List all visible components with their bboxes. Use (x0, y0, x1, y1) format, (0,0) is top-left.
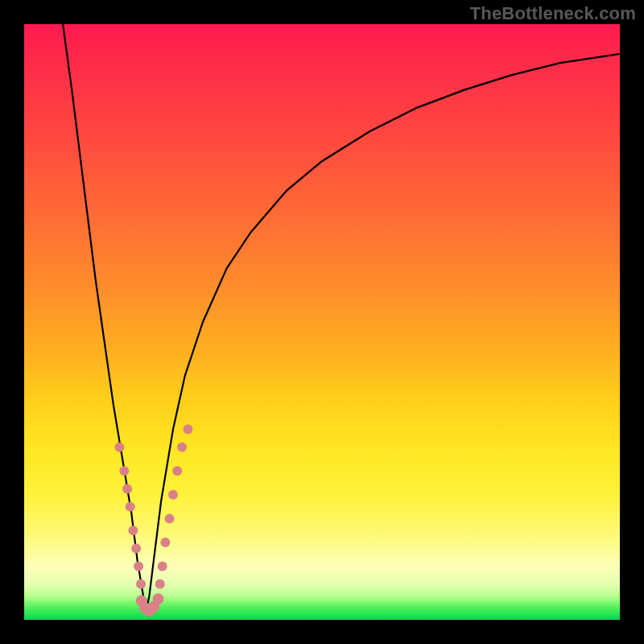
plot-area (24, 24, 620, 620)
scatter-dot (136, 580, 146, 589)
scatter-dot (131, 543, 141, 553)
scatter-dot (158, 561, 167, 571)
watermark-text: TheBottleneck.com (470, 3, 636, 24)
scatter-dot (122, 484, 132, 493)
scatter-dot (126, 502, 135, 511)
chart-frame: TheBottleneck.com (0, 0, 644, 644)
scatter-dot (119, 466, 129, 476)
scatter-dot (172, 466, 182, 476)
scatter-dots (114, 424, 192, 617)
curve-left-branch (63, 24, 147, 611)
curve-right-branch (147, 54, 620, 611)
scatter-dot (184, 424, 193, 434)
scatter-dot (134, 561, 143, 571)
chart-svg (24, 24, 620, 620)
scatter-dot (155, 580, 165, 589)
scatter-dot (153, 593, 164, 605)
scatter-dot (177, 442, 187, 452)
scatter-dot (128, 526, 138, 535)
scatter-dot (165, 514, 175, 523)
scatter-dot (160, 538, 170, 547)
scatter-dot (114, 442, 124, 452)
scatter-dot (168, 490, 178, 500)
